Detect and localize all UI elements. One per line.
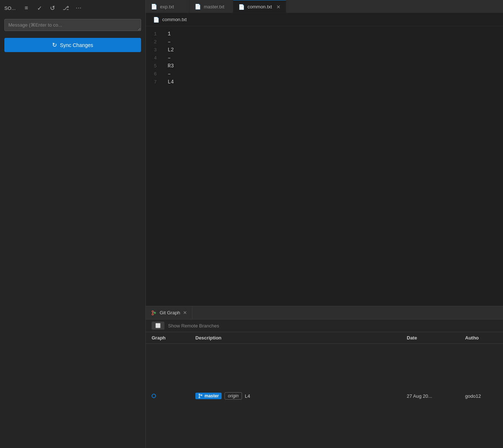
refresh-icon[interactable]: ↺ xyxy=(48,4,56,12)
show-remote-toggle[interactable]: ⬜ xyxy=(152,322,164,330)
git-graph-table: Graph Description Date Autho xyxy=(146,332,503,448)
exp-tab-label: exp.txt xyxy=(160,4,174,9)
editor-code: 1 1 2 – 3 L2 4 – 5 R3 xyxy=(146,26,503,306)
master-tab-icon: 📄 xyxy=(195,4,201,9)
common-tab-close[interactable]: ✕ xyxy=(276,4,281,10)
git-commit-row[interactable]: master origin L4 27 Aug 20... godo12 xyxy=(146,344,503,448)
code-line-6: 6 – xyxy=(146,70,503,78)
author-cell: godo12 xyxy=(459,344,503,448)
commit-message: L4 xyxy=(245,393,250,399)
editor-header-icon: 📄 xyxy=(153,17,159,23)
exp-tab-icon: 📄 xyxy=(151,4,157,9)
commit-dot xyxy=(152,394,156,398)
git-graph-tab[interactable]: Git Graph ✕ xyxy=(146,306,192,319)
line-number-7: 7 xyxy=(146,79,164,85)
date-cell: 27 Aug 20... xyxy=(401,344,459,448)
editor-content: 📄 common.txt 1 1 2 – 3 L2 4 xyxy=(146,13,503,448)
master-tab-label: master.txt xyxy=(204,4,224,9)
list-icon[interactable]: ≡ xyxy=(22,4,30,12)
tab-exp[interactable]: 📄 exp.txt xyxy=(146,0,190,13)
git-graph-tab-close[interactable]: ✕ xyxy=(183,310,187,315)
sync-changes-button[interactable]: ↻ Sync Changes xyxy=(4,38,141,52)
code-line-2: 2 – xyxy=(146,38,503,46)
source-control-sidebar: SO... ≡ ✓ ↺ ⎇ ··· ↻ Sync Changes xyxy=(0,0,146,448)
message-input-area xyxy=(0,16,145,35)
commit-message-input[interactable] xyxy=(4,19,141,31)
line-content-6: – xyxy=(164,71,171,77)
line-number-3: 3 xyxy=(146,47,164,53)
editor-area: 📄 exp.txt 📄 master.txt 📄 common.txt ✕ 📄 … xyxy=(146,0,503,448)
line-content-4: – xyxy=(164,55,171,61)
editor-header-title: common.txt xyxy=(162,17,187,22)
common-tab-label: common.txt xyxy=(247,4,272,9)
sync-icon: ↻ xyxy=(52,42,57,48)
tab-common[interactable]: 📄 common.txt ✕ xyxy=(233,0,286,13)
tabs-bar: 📄 exp.txt 📄 master.txt 📄 common.txt ✕ xyxy=(146,0,503,13)
tab-master[interactable]: 📄 master.txt xyxy=(190,0,233,13)
show-remote-bar: ⬜ Show Remote Branches xyxy=(146,319,503,332)
line-number-4: 4 xyxy=(146,55,164,61)
sidebar-toolbar: SO... ≡ ✓ ↺ ⎇ ··· xyxy=(0,0,145,16)
graph-cell xyxy=(146,344,190,448)
line-number-5: 5 xyxy=(146,63,164,69)
code-line-7: 7 L4 xyxy=(146,78,503,86)
common-tab-icon: 📄 xyxy=(238,4,245,10)
line-content-2: – xyxy=(164,39,171,45)
line-content-5: R3 xyxy=(164,63,174,69)
branch-badge: master xyxy=(195,393,222,399)
git-graph-tab-label: Git Graph xyxy=(160,310,180,315)
code-line-1: 1 1 xyxy=(146,30,503,38)
code-line-4: 4 – xyxy=(146,54,503,62)
check-icon[interactable]: ✓ xyxy=(35,4,43,12)
code-line-5: 5 R3 xyxy=(146,62,503,70)
sync-button-label: Sync Changes xyxy=(60,42,93,48)
svg-line-10 xyxy=(199,395,202,396)
git-graph-icon xyxy=(151,310,157,316)
bottom-panel: Git Graph ✕ ⬜ Show Remote Branches Graph… xyxy=(146,306,503,448)
description-cell: master origin L4 xyxy=(190,344,401,448)
graph-col-header: Graph xyxy=(146,332,190,344)
sidebar-title: SO... xyxy=(4,5,16,11)
author-col-header: Autho xyxy=(459,332,503,344)
line-content-3: L2 xyxy=(164,47,174,53)
line-number-6: 6 xyxy=(146,71,164,77)
svg-point-2 xyxy=(152,314,153,315)
svg-point-7 xyxy=(199,397,200,398)
code-line-3: 3 L2 xyxy=(146,46,503,54)
line-number-1: 1 xyxy=(146,31,164,37)
branch-name: master xyxy=(204,393,219,398)
date-col-header: Date xyxy=(401,332,459,344)
description-col-header: Description xyxy=(190,332,401,344)
editor-header: 📄 common.txt xyxy=(146,13,503,26)
line-number-2: 2 xyxy=(146,39,164,45)
origin-badge: origin xyxy=(225,392,242,400)
bottom-tabs: Git Graph ✕ xyxy=(146,306,503,319)
branch-icon[interactable]: ⎇ xyxy=(62,4,70,12)
line-content-7: L4 xyxy=(164,79,174,85)
line-content-1: 1 xyxy=(164,31,171,37)
show-remote-label: Show Remote Branches xyxy=(168,323,219,329)
more-icon[interactable]: ··· xyxy=(75,4,83,12)
